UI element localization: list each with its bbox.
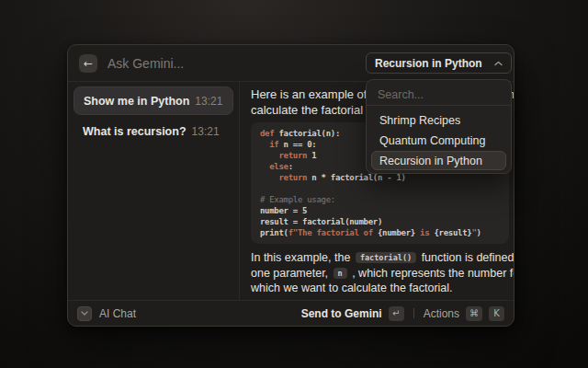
actions-label: Actions <box>424 307 459 320</box>
explanation-line: one parameter, n , which represents the … <box>251 266 509 282</box>
chat-history-time: 13:21 <box>195 95 222 108</box>
footer-separator <box>413 308 414 318</box>
ask-gemini-input[interactable]: Ask Gemini... <box>107 56 184 71</box>
dropdown-list: Shrimp RecipesQuantum ComputingRecursion… <box>367 106 511 175</box>
arrow-left-icon: ← <box>84 57 93 70</box>
code-line: # Example usage: <box>260 194 500 205</box>
code-token: return <box>278 151 307 160</box>
key-badge: K <box>489 306 504 321</box>
dropdown-item[interactable]: Recursion in Python <box>371 151 506 170</box>
code-token <box>260 173 278 182</box>
chat-history-item[interactable]: Show me in Python13:21 <box>74 86 233 115</box>
code-token <box>260 140 269 149</box>
code-token: # Example usage: <box>260 195 335 204</box>
code-token: : <box>288 162 293 171</box>
explanation-text: In this example, the <box>251 251 354 264</box>
code-token: result = factorial(number) <box>260 217 382 226</box>
chat-history-item[interactable]: What is recursion?13:21 <box>74 119 233 144</box>
inline-code: n <box>334 268 347 279</box>
code-token <box>260 162 269 171</box>
code-token: def <box>260 129 274 138</box>
code-token: is <box>415 228 434 237</box>
chevron-up-icon <box>494 61 503 66</box>
ask-gemini-window: ← Ask Gemini... Recursion in Python Show… <box>67 44 514 327</box>
enter-key-badge: ↵ <box>389 306 404 321</box>
code-token: ) <box>477 228 481 237</box>
explanation-text: one parameter, <box>251 267 332 280</box>
topic-dropdown-button[interactable]: Recursion in Python <box>366 52 512 74</box>
chat-history-label: What is recursion? <box>83 125 187 138</box>
actions-keys: ⌘K <box>459 306 504 321</box>
code-token: {number} <box>378 228 415 237</box>
status-bar: AI Chat Send to Gemini ↵ Actions ⌘K <box>68 300 514 326</box>
code-token: else <box>269 162 288 171</box>
code-line: result = factorial(number) <box>260 216 500 227</box>
app-label: AI Chat <box>99 307 136 320</box>
code-token: 1 <box>307 151 316 160</box>
code-token: {result} <box>434 228 471 237</box>
explanation-text: which we want to calculate the factorial… <box>251 282 453 294</box>
dropdown-search-input[interactable]: Search... <box>367 80 511 105</box>
code-line <box>260 183 500 194</box>
code-token: factorial(n): <box>274 129 340 138</box>
back-button[interactable]: ← <box>79 54 97 73</box>
inline-code: factorial() <box>356 252 416 263</box>
explanation-text: , which represents the number for <box>349 267 514 280</box>
chevron-down-icon <box>81 311 88 316</box>
send-to-gemini-label: Send to Gemini <box>301 307 382 320</box>
code-line: print(f"The factorial of {number} is {re… <box>260 227 500 238</box>
code-token <box>260 151 278 160</box>
explanation-line: which we want to calculate the factorial… <box>251 281 509 296</box>
dropdown-item[interactable]: Quantum Computing <box>371 131 506 150</box>
code-token: if <box>269 140 278 149</box>
send-to-gemini-button[interactable]: Send to Gemini ↵ <box>301 306 404 321</box>
topic-dropdown-panel: Search... Shrimp RecipesQuantum Computin… <box>366 79 512 174</box>
code-token: n == 0: <box>279 140 317 149</box>
code-line: number = 5 <box>260 205 500 216</box>
explanation-text: function is defined with <box>418 251 514 264</box>
window-header: ← Ask Gemini... Recursion in Python <box>68 45 514 82</box>
code-token: print( <box>260 228 288 237</box>
chat-history-time: 13:21 <box>192 125 220 138</box>
key-badge: ⌘ <box>466 306 482 321</box>
chat-history-sidebar: Show me in Python13:21What is recursion?… <box>68 82 239 300</box>
topic-dropdown-label: Recursion in Python <box>375 57 482 70</box>
code-token: return <box>278 173 307 182</box>
chat-history-label: Show me in Python <box>84 95 189 108</box>
actions-button[interactable]: Actions ⌘K <box>424 306 504 321</box>
explanation-paragraph: In this example, the factorial() functio… <box>251 250 509 296</box>
code-token: f"The factorial of <box>288 228 378 237</box>
code-token: number = 5 <box>260 206 307 215</box>
sidebar-list: Show me in Python13:21What is recursion?… <box>74 86 233 144</box>
app-icon <box>77 306 92 321</box>
dropdown-item[interactable]: Shrimp Recipes <box>371 110 506 130</box>
explanation-line: In this example, the factorial() functio… <box>251 250 509 266</box>
